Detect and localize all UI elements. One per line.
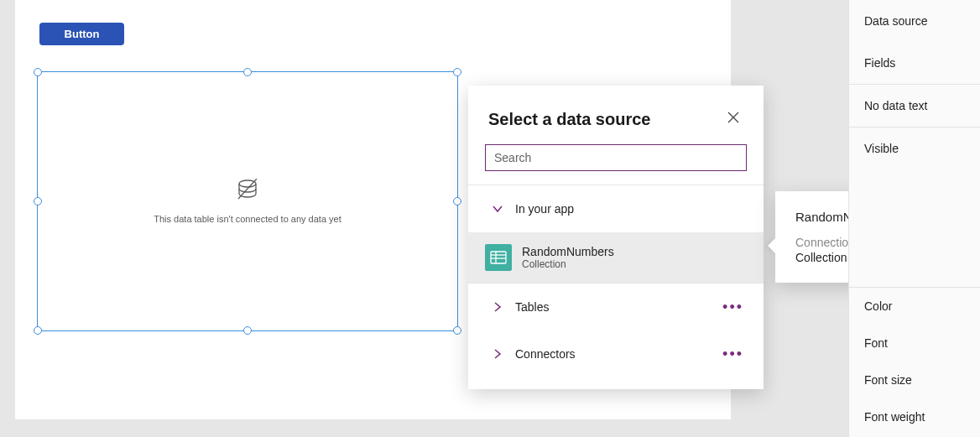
- prop-no-data-text[interactable]: No data text: [849, 85, 980, 127]
- datatable-control-selected[interactable]: This data table isn't connected to any d…: [37, 71, 458, 331]
- category-connectors[interactable]: Connectors •••: [468, 330, 764, 377]
- prop-data-source[interactable]: Data source: [849, 0, 980, 42]
- more-icon[interactable]: •••: [719, 346, 747, 363]
- collection-icon: [485, 244, 512, 271]
- chevron-right-icon: [485, 301, 510, 313]
- close-icon[interactable]: [723, 107, 743, 131]
- prop-font-size[interactable]: Font size: [849, 362, 980, 398]
- svg-point-0: [239, 180, 256, 187]
- chevron-down-icon: [485, 203, 510, 215]
- resize-handle-bottom-left[interactable]: [34, 326, 42, 335]
- chevron-right-icon: [485, 348, 510, 360]
- resize-handle-bottom-right[interactable]: [453, 326, 461, 335]
- button-control[interactable]: Button: [39, 23, 124, 45]
- prop-fields[interactable]: Fields: [849, 42, 980, 84]
- resize-handle-bottom-mid[interactable]: [243, 326, 252, 335]
- datasource-name: RandomNumbers: [522, 245, 614, 258]
- category-label: Tables: [510, 300, 719, 314]
- category-label: In your app: [510, 202, 747, 216]
- prop-font-weight[interactable]: Font weight: [849, 398, 980, 435]
- category-label: Connectors: [510, 347, 719, 361]
- search-input[interactable]: [485, 144, 747, 171]
- datasource-item-randomnumbers[interactable]: RandomNumbers Collection: [468, 232, 764, 283]
- category-tables[interactable]: Tables •••: [468, 284, 764, 330]
- resize-handle-top-left[interactable]: [34, 68, 42, 76]
- category-in-your-app[interactable]: In your app: [468, 185, 764, 232]
- prop-visible[interactable]: Visible: [849, 127, 980, 169]
- database-slash-icon: [235, 179, 260, 204]
- prop-color[interactable]: Color: [849, 288, 980, 325]
- datasource-subtype: Collection: [522, 258, 614, 270]
- select-data-source-popover: Select a data source In your app RandomN…: [468, 86, 764, 389]
- prop-font[interactable]: Font: [849, 325, 980, 362]
- resize-handle-top-right[interactable]: [453, 68, 461, 76]
- empty-state: This data table isn't connected to any d…: [38, 179, 457, 224]
- properties-pane: Data source Fields No data text Visible …: [848, 0, 980, 437]
- empty-state-text: This data table isn't connected to any d…: [38, 214, 457, 224]
- popover-title: Select a data source: [488, 110, 650, 129]
- svg-rect-2: [491, 252, 506, 263]
- more-icon[interactable]: •••: [719, 299, 747, 316]
- resize-handle-top-mid[interactable]: [243, 68, 252, 76]
